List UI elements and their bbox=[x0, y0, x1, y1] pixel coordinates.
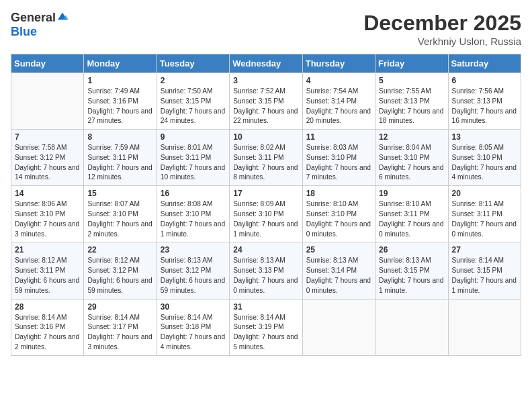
day-info: Sunrise: 8:06 AMSunset: 3:10 PMDaylight:… bbox=[15, 199, 80, 239]
day-number: 11 bbox=[306, 132, 371, 142]
logo: General Blue bbox=[11, 11, 69, 39]
calendar-day-cell: 13Sunrise: 8:05 AMSunset: 3:10 PMDayligh… bbox=[448, 130, 521, 186]
calendar-day-cell: 1Sunrise: 7:49 AMSunset: 3:16 PMDaylight… bbox=[84, 73, 157, 130]
day-info: Sunrise: 7:56 AMSunset: 3:13 PMDaylight:… bbox=[452, 87, 517, 126]
day-info: Sunrise: 7:52 AMSunset: 3:15 PMDaylight:… bbox=[233, 87, 298, 126]
calendar-day-cell bbox=[448, 299, 521, 355]
day-info: Sunrise: 8:14 AMSunset: 3:19 PMDaylight:… bbox=[233, 313, 298, 353]
day-number: 25 bbox=[306, 245, 371, 255]
calendar-day-cell: 23Sunrise: 8:13 AMSunset: 3:12 PMDayligh… bbox=[157, 242, 229, 299]
day-number: 21 bbox=[15, 245, 80, 255]
day-info: Sunrise: 7:55 AMSunset: 3:13 PMDaylight:… bbox=[379, 87, 444, 126]
day-info: Sunrise: 8:14 AMSunset: 3:18 PMDaylight:… bbox=[161, 313, 226, 353]
calendar-day-cell: 3Sunrise: 7:52 AMSunset: 3:15 PMDaylight… bbox=[230, 73, 302, 130]
day-info: Sunrise: 7:59 AMSunset: 3:11 PMDaylight:… bbox=[87, 143, 152, 183]
day-number: 9 bbox=[161, 132, 226, 142]
calendar-day-cell bbox=[302, 299, 375, 355]
day-info: Sunrise: 7:58 AMSunset: 3:12 PMDaylight:… bbox=[15, 143, 80, 183]
logo-general: General bbox=[11, 11, 56, 25]
day-info: Sunrise: 8:04 AMSunset: 3:10 PMDaylight:… bbox=[379, 143, 444, 183]
calendar-day-cell bbox=[11, 73, 84, 130]
calendar-day-header: Tuesday bbox=[157, 54, 229, 73]
calendar-week-row: 7Sunrise: 7:58 AMSunset: 3:12 PMDaylight… bbox=[11, 130, 521, 186]
day-info: Sunrise: 7:50 AMSunset: 3:15 PMDaylight:… bbox=[161, 87, 226, 126]
day-info: Sunrise: 8:11 AMSunset: 3:11 PMDaylight:… bbox=[452, 199, 517, 239]
location-title: Verkhniy Uslon, Russia bbox=[363, 36, 521, 47]
day-number: 6 bbox=[452, 76, 517, 85]
day-info: Sunrise: 8:08 AMSunset: 3:10 PMDaylight:… bbox=[161, 199, 226, 239]
calendar-week-row: 1Sunrise: 7:49 AMSunset: 3:16 PMDaylight… bbox=[11, 73, 521, 130]
calendar-day-cell: 17Sunrise: 8:09 AMSunset: 3:10 PMDayligh… bbox=[230, 186, 302, 242]
month-title: December 2025 bbox=[363, 11, 521, 36]
calendar-day-cell: 8Sunrise: 7:59 AMSunset: 3:11 PMDaylight… bbox=[84, 130, 157, 186]
day-number: 28 bbox=[15, 302, 80, 312]
calendar-day-cell: 14Sunrise: 8:06 AMSunset: 3:10 PMDayligh… bbox=[11, 186, 84, 242]
day-number: 5 bbox=[379, 76, 444, 85]
calendar-day-header: Thursday bbox=[302, 54, 375, 73]
calendar-day-cell: 18Sunrise: 8:10 AMSunset: 3:10 PMDayligh… bbox=[302, 186, 375, 242]
calendar-day-cell: 20Sunrise: 8:11 AMSunset: 3:11 PMDayligh… bbox=[448, 186, 521, 242]
day-info: Sunrise: 8:12 AMSunset: 3:12 PMDaylight:… bbox=[87, 256, 152, 295]
calendar-day-cell: 25Sunrise: 8:13 AMSunset: 3:14 PMDayligh… bbox=[302, 242, 375, 299]
calendar-day-cell: 4Sunrise: 7:54 AMSunset: 3:14 PMDaylight… bbox=[302, 73, 375, 130]
title-block: December 2025 Verkhniy Uslon, Russia bbox=[363, 11, 521, 47]
calendar-day-header: Monday bbox=[84, 54, 157, 73]
day-number: 26 bbox=[379, 245, 444, 255]
day-info: Sunrise: 8:14 AMSunset: 3:15 PMDaylight:… bbox=[452, 256, 517, 295]
page-header: General Blue December 2025 Verkhniy Uslo… bbox=[11, 11, 521, 47]
calendar-day-cell: 31Sunrise: 8:14 AMSunset: 3:19 PMDayligh… bbox=[230, 299, 302, 355]
calendar-day-cell: 6Sunrise: 7:56 AMSunset: 3:13 PMDaylight… bbox=[448, 73, 521, 130]
day-info: Sunrise: 8:13 AMSunset: 3:14 PMDaylight:… bbox=[306, 256, 371, 295]
day-info: Sunrise: 8:10 AMSunset: 3:11 PMDaylight:… bbox=[379, 199, 444, 239]
calendar-day-cell: 7Sunrise: 7:58 AMSunset: 3:12 PMDaylight… bbox=[11, 130, 84, 186]
day-number: 14 bbox=[15, 189, 80, 198]
calendar-table: SundayMondayTuesdayWednesdayThursdayFrid… bbox=[11, 54, 521, 356]
calendar-day-cell: 27Sunrise: 8:14 AMSunset: 3:15 PMDayligh… bbox=[448, 242, 521, 299]
day-number: 2 bbox=[161, 76, 226, 85]
day-info: Sunrise: 7:49 AMSunset: 3:16 PMDaylight:… bbox=[87, 87, 152, 126]
day-number: 3 bbox=[233, 76, 298, 85]
day-number: 13 bbox=[452, 132, 517, 142]
day-info: Sunrise: 8:10 AMSunset: 3:10 PMDaylight:… bbox=[306, 199, 371, 239]
day-number: 4 bbox=[306, 76, 371, 85]
day-info: Sunrise: 8:13 AMSunset: 3:15 PMDaylight:… bbox=[379, 256, 444, 295]
calendar-day-header: Sunday bbox=[11, 54, 84, 73]
calendar-day-cell: 16Sunrise: 8:08 AMSunset: 3:10 PMDayligh… bbox=[157, 186, 229, 242]
day-number: 8 bbox=[87, 132, 152, 142]
day-number: 18 bbox=[306, 189, 371, 198]
calendar-day-cell: 21Sunrise: 8:12 AMSunset: 3:11 PMDayligh… bbox=[11, 242, 84, 299]
day-number: 24 bbox=[233, 245, 298, 255]
calendar-day-header: Wednesday bbox=[230, 54, 302, 73]
calendar-day-cell: 9Sunrise: 8:01 AMSunset: 3:11 PMDaylight… bbox=[157, 130, 229, 186]
day-number: 29 bbox=[87, 302, 152, 312]
day-info: Sunrise: 8:03 AMSunset: 3:10 PMDaylight:… bbox=[306, 143, 371, 183]
day-info: Sunrise: 8:07 AMSunset: 3:10 PMDaylight:… bbox=[87, 199, 152, 239]
calendar-week-row: 28Sunrise: 8:14 AMSunset: 3:16 PMDayligh… bbox=[11, 299, 521, 355]
calendar-day-cell: 15Sunrise: 8:07 AMSunset: 3:10 PMDayligh… bbox=[84, 186, 157, 242]
day-info: Sunrise: 8:09 AMSunset: 3:10 PMDaylight:… bbox=[233, 199, 298, 239]
calendar-day-cell: 2Sunrise: 7:50 AMSunset: 3:15 PMDaylight… bbox=[157, 73, 229, 130]
day-number: 12 bbox=[379, 132, 444, 142]
day-number: 17 bbox=[233, 189, 298, 198]
day-number: 15 bbox=[87, 189, 152, 198]
day-number: 27 bbox=[452, 245, 517, 255]
day-number: 20 bbox=[452, 189, 517, 198]
day-number: 22 bbox=[87, 245, 152, 255]
day-info: Sunrise: 8:12 AMSunset: 3:11 PMDaylight:… bbox=[15, 256, 80, 295]
day-number: 7 bbox=[15, 132, 80, 142]
day-number: 30 bbox=[161, 302, 226, 312]
day-info: Sunrise: 8:14 AMSunset: 3:16 PMDaylight:… bbox=[15, 313, 80, 353]
day-number: 31 bbox=[233, 302, 298, 312]
calendar-header-row: SundayMondayTuesdayWednesdayThursdayFrid… bbox=[11, 54, 521, 73]
day-info: Sunrise: 7:54 AMSunset: 3:14 PMDaylight:… bbox=[306, 87, 371, 126]
calendar-day-cell: 29Sunrise: 8:14 AMSunset: 3:17 PMDayligh… bbox=[84, 299, 157, 355]
calendar-day-cell: 22Sunrise: 8:12 AMSunset: 3:12 PMDayligh… bbox=[84, 242, 157, 299]
calendar-body: 1Sunrise: 7:49 AMSunset: 3:16 PMDaylight… bbox=[11, 73, 521, 356]
calendar-day-cell: 26Sunrise: 8:13 AMSunset: 3:15 PMDayligh… bbox=[375, 242, 448, 299]
calendar-day-cell: 5Sunrise: 7:55 AMSunset: 3:13 PMDaylight… bbox=[375, 73, 448, 130]
logo-blue: Blue bbox=[11, 25, 37, 39]
day-number: 19 bbox=[379, 189, 444, 198]
calendar-day-cell: 30Sunrise: 8:14 AMSunset: 3:18 PMDayligh… bbox=[157, 299, 229, 355]
calendar-day-cell: 12Sunrise: 8:04 AMSunset: 3:10 PMDayligh… bbox=[375, 130, 448, 186]
calendar-day-cell: 24Sunrise: 8:13 AMSunset: 3:13 PMDayligh… bbox=[230, 242, 302, 299]
